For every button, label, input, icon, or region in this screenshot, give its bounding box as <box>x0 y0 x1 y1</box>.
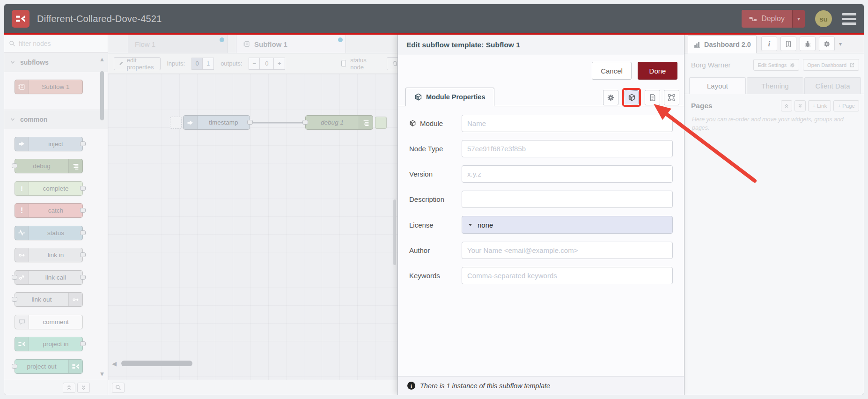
description-input[interactable] <box>462 191 673 208</box>
book-icon <box>785 40 792 48</box>
tab-dashboard-2[interactable]: Dashboard 2.0 <box>688 35 757 53</box>
flow-canvas[interactable]: timestamp debug 1 ◀ <box>108 74 397 380</box>
inputs-option-0[interactable]: 0 <box>191 58 203 70</box>
tab-subflow-1[interactable]: Subflow 1 <box>236 35 346 53</box>
palette-scrollbar-thumb[interactable] <box>100 71 104 120</box>
tab-layout[interactable]: Layout <box>689 77 746 94</box>
cancel-button[interactable]: Cancel <box>592 62 632 80</box>
palette-section-common[interactable]: common <box>4 110 108 129</box>
editor-tab-bar: Module Properties <box>398 84 684 106</box>
palette-node-debug[interactable]: debug <box>15 159 83 173</box>
appearance-tab-button[interactable] <box>664 90 679 105</box>
canvas-node-debug-1[interactable]: debug 1 <box>305 115 373 130</box>
editor-tab-buttons <box>603 88 679 107</box>
module-properties-tab-button[interactable] <box>625 90 639 104</box>
canvas-h-scrollbar-thumb[interactable] <box>121 361 192 366</box>
node-type-input[interactable] <box>462 140 673 157</box>
form-row-node-type: Node Type <box>409 140 673 157</box>
move-up-button[interactable] <box>781 100 792 111</box>
palette-node-link-in[interactable]: link in <box>15 248 83 262</box>
canvas-v-scrollbar-thumb[interactable] <box>393 200 396 265</box>
outputs-increase-button[interactable]: + <box>274 58 285 70</box>
main-menu-icon[interactable] <box>842 13 856 25</box>
palette-node-project-in[interactable]: project in <box>15 337 83 351</box>
palette-node-comment[interactable]: comment <box>15 315 83 329</box>
palette-section-subflows[interactable]: subflows <box>4 52 108 72</box>
canvas-node-timestamp[interactable]: timestamp <box>183 115 250 130</box>
pages-header-row: Pages + Link + Page <box>684 94 864 114</box>
scroll-down-icon[interactable]: ▼ <box>99 371 105 377</box>
deploy-button-main[interactable]: Deploy <box>742 10 792 28</box>
expand-all-button[interactable] <box>77 383 90 393</box>
author-input[interactable] <box>462 242 673 259</box>
dashboard-name: Borg Warner <box>691 61 750 69</box>
module-input[interactable] <box>462 115 673 132</box>
form-row-keywords: Keywords <box>409 267 673 284</box>
node-label: project out <box>15 360 68 373</box>
done-button[interactable]: Done <box>638 62 677 80</box>
add-page-button[interactable]: + Page <box>833 100 859 111</box>
collapse-all-button[interactable] <box>63 383 75 393</box>
inject-trigger-button[interactable] <box>170 117 182 129</box>
inputs-option-1[interactable]: 1 <box>203 58 214 70</box>
palette-node-project-out[interactable]: project out <box>15 359 83 374</box>
palette-node-inject[interactable]: inject <box>15 137 83 151</box>
keywords-input[interactable] <box>462 267 673 284</box>
debug-tab-button[interactable] <box>800 37 816 51</box>
palette-node-status[interactable]: status <box>15 226 83 240</box>
add-link-button[interactable]: + Link <box>808 100 831 111</box>
subflow-tab-icon <box>243 40 250 48</box>
edit-subflow-dialog: Edit subflow template: Subflow 1 Cancel … <box>397 35 684 395</box>
node-label: complete <box>29 182 82 195</box>
chevron-down-icon <box>10 59 15 65</box>
node-red-logo-icon <box>12 10 29 28</box>
cube-icon <box>628 94 636 102</box>
dialog-footer: i There is 1 instance of this subflow te… <box>398 376 684 395</box>
comment-icon <box>15 315 29 329</box>
properties-tab-button[interactable] <box>603 90 618 105</box>
open-dashboard-button[interactable]: Open Dashboard <box>803 59 859 71</box>
tab-flow-1[interactable]: Flow 1 <box>128 35 228 53</box>
description-tab-button[interactable] <box>645 90 660 105</box>
output-port[interactable] <box>247 120 253 125</box>
deploy-options-caret[interactable]: ▾ <box>792 10 805 28</box>
deploy-button[interactable]: Deploy ▾ <box>742 10 805 28</box>
outputs-count[interactable]: 0 <box>260 58 274 70</box>
debug-toggle-button[interactable] <box>375 117 387 129</box>
palette-node-link-out[interactable]: link out <box>15 292 83 307</box>
config-tab-button[interactable] <box>819 37 835 51</box>
edit-properties-button[interactable]: edit properties <box>114 57 161 70</box>
palette-node-link-call[interactable]: link call <box>15 270 83 285</box>
help-tab-button[interactable] <box>780 37 796 51</box>
version-input[interactable] <box>462 165 673 183</box>
outputs-decrease-button[interactable]: − <box>249 58 260 70</box>
delete-subflow-button[interactable] <box>387 57 397 70</box>
palette-node-complete[interactable]: ! complete <box>15 181 83 196</box>
edit-settings-button[interactable]: Edit Settings <box>753 59 799 71</box>
status-node-toggle[interactable]: status node <box>337 57 374 70</box>
license-select[interactable]: none <box>462 216 673 234</box>
outputs-stepper[interactable]: − 0 + <box>249 58 285 70</box>
inputs-toggle[interactable]: 0 1 <box>191 58 214 70</box>
sidebar-menu-caret[interactable]: ▾ <box>839 41 842 47</box>
scroll-up-icon[interactable]: ▲ <box>99 56 105 62</box>
debug-icon <box>68 159 82 173</box>
palette-node-subflow-1[interactable]: Subflow 1 <box>15 80 83 94</box>
search-flows-button[interactable] <box>112 383 125 393</box>
input-port[interactable] <box>302 120 308 125</box>
palette-node-catch[interactable]: ! catch <box>15 203 83 218</box>
module-properties-highlight-box <box>622 88 641 107</box>
user-avatar[interactable]: su <box>815 10 832 27</box>
tab-module-properties[interactable]: Module Properties <box>405 88 494 106</box>
debug-icon <box>359 116 373 129</box>
move-down-button[interactable] <box>794 100 806 111</box>
scroll-left-icon[interactable]: ◀ <box>112 361 117 367</box>
palette-footer <box>4 380 108 395</box>
info-tab-button[interactable]: i <box>761 37 777 51</box>
palette-filter[interactable]: filter nodes <box>4 35 108 52</box>
input-port <box>12 163 17 168</box>
status-node-checkbox[interactable] <box>341 60 346 67</box>
link-out-icon <box>68 293 82 306</box>
tab-client-data[interactable]: Client Data <box>804 77 861 94</box>
tab-theming[interactable]: Theming <box>747 77 803 94</box>
